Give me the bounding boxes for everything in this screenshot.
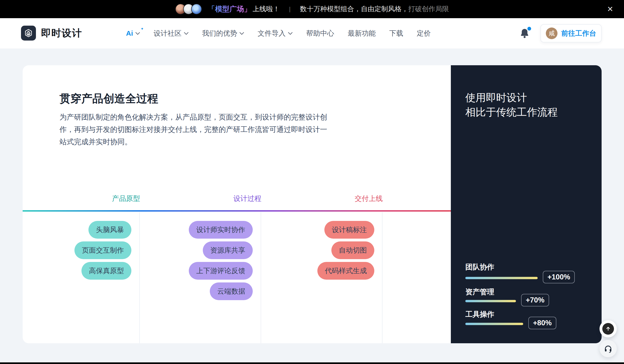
tab-delivery-launch[interactable]: 交付上线 bbox=[334, 194, 404, 204]
metric-bar-asset-management bbox=[465, 300, 516, 302]
nav-item-design-community[interactable]: 设计社区 bbox=[154, 29, 188, 38]
metric-label-team-collaboration: 团队协作 bbox=[465, 262, 494, 272]
notification-bell-button[interactable] bbox=[520, 28, 531, 39]
back-to-top-button[interactable] bbox=[599, 320, 617, 338]
feature-pill: 资源库共享 bbox=[203, 241, 253, 259]
feature-pill: 页面交互制作 bbox=[75, 241, 131, 259]
section-title: 贯穿产品创造全过程 bbox=[59, 91, 158, 106]
feature-pill: 头脑风暴 bbox=[88, 221, 131, 239]
go-to-workspace-button[interactable]: 咸 前往工作台 bbox=[541, 24, 602, 43]
column-divider bbox=[382, 212, 383, 343]
notification-dot bbox=[527, 27, 531, 30]
panel-title: 使用即时设计 相比于传统工作流程 bbox=[465, 91, 558, 119]
nav-item-label: 我们的优势 bbox=[202, 29, 237, 38]
chevron-down-icon bbox=[239, 32, 244, 35]
section-description: 为产研团队制定的角色化解决方案，从产品原型，页面交互，到设计师的完整设计创作，再… bbox=[59, 111, 333, 148]
workspace-button-label: 前往工作台 bbox=[561, 29, 596, 38]
nav-item-file-import[interactable]: 文件导入 bbox=[258, 29, 293, 38]
nav-item-label: 文件导入 bbox=[258, 29, 286, 38]
user-avatar: 咸 bbox=[546, 27, 557, 39]
gradient-divider bbox=[23, 210, 451, 212]
banner-separator: | bbox=[289, 6, 291, 13]
metric-bar-team-collaboration bbox=[465, 277, 538, 279]
feature-pill: 云端数据 bbox=[210, 282, 253, 300]
feature-pill: 代码样式生成 bbox=[317, 262, 374, 280]
feature-pill: 高保真原型 bbox=[81, 262, 131, 280]
navbar: 即时设计 Ai✦设计社区我们的优势文件导入帮助中心最新功能下载定价 咸 前往工作… bbox=[0, 18, 624, 48]
banner-highlight-text[interactable]: 「模型广场」 bbox=[208, 4, 251, 14]
arrow-up-icon bbox=[602, 323, 614, 335]
metric-label-asset-management: 资产管理 bbox=[465, 287, 494, 297]
chevron-down-icon bbox=[135, 32, 140, 35]
chevron-down-icon bbox=[288, 32, 293, 35]
pill-column-delivery-launch: 设计稿标注自动切图代码样式生成 bbox=[275, 221, 374, 280]
nav-item-label: 最新功能 bbox=[348, 29, 376, 38]
metric-value-badge-tool-operation: +80% bbox=[528, 317, 556, 329]
column-divider bbox=[139, 212, 140, 343]
nav-item-download[interactable]: 下载 bbox=[389, 29, 403, 38]
tab-product-prototype[interactable]: 产品原型 bbox=[91, 194, 161, 204]
sparkle-icon: ✦ bbox=[141, 26, 144, 31]
nav-menu: Ai✦设计社区我们的优势文件导入帮助中心最新功能下载定价 bbox=[126, 18, 431, 48]
panel-title-line1: 使用即时设计 bbox=[465, 91, 558, 105]
feature-pill: 自动切图 bbox=[331, 241, 374, 259]
metric-value-badge-asset-management: +70% bbox=[521, 294, 549, 306]
customer-support-button[interactable] bbox=[599, 340, 617, 357]
close-icon[interactable]: ✕ bbox=[607, 5, 613, 13]
feature-pill: 设计师实时协作 bbox=[189, 221, 253, 239]
nav-item-ai[interactable]: Ai✦ bbox=[126, 29, 140, 37]
chevron-down-icon bbox=[184, 32, 188, 35]
tab-design-process[interactable]: 设计过程 bbox=[212, 194, 282, 204]
banner-description: 数十万种模型组合，自由定制风格， bbox=[300, 4, 408, 14]
headphones-icon bbox=[604, 344, 612, 353]
nav-item-latest-features[interactable]: 最新功能 bbox=[348, 29, 376, 38]
banner-avatars bbox=[175, 4, 202, 14]
metric-value-badge-team-collaboration: +100% bbox=[543, 271, 575, 283]
pill-column-product-prototype: 头脑风暴页面交互制作高保真原型 bbox=[37, 221, 131, 280]
brand-name: 即时设计 bbox=[41, 26, 82, 40]
banner-description-muted: 打破创作局限 bbox=[408, 4, 449, 14]
avatar bbox=[191, 4, 202, 14]
workflow-card: 贯穿产品创造全过程 为产研团队制定的角色化解决方案，从产品原型，页面交互，到设计… bbox=[23, 65, 451, 343]
nav-item-our-advantages[interactable]: 我们的优势 bbox=[202, 29, 244, 38]
comparison-panel: 使用即时设计 相比于传统工作流程 团队协作+100%资产管理+70%工具操作+8… bbox=[451, 65, 602, 343]
brand[interactable]: 即时设计 bbox=[21, 26, 82, 41]
metric-bar-tool-operation bbox=[465, 323, 523, 325]
nav-item-label: 定价 bbox=[417, 29, 431, 38]
nav-item-label: 设计社区 bbox=[154, 29, 182, 38]
panel-title-line2: 相比于传统工作流程 bbox=[465, 105, 558, 119]
column-divider bbox=[261, 212, 261, 343]
nav-item-pricing[interactable]: 定价 bbox=[417, 29, 431, 38]
nav-item-label: 帮助中心 bbox=[306, 29, 334, 38]
metric-label-tool-operation: 工具操作 bbox=[465, 309, 494, 319]
promo-banner: 「模型广场」 上线啦！ | 数十万种模型组合，自由定制风格， 打破创作局限 ✕ bbox=[0, 0, 624, 18]
nav-item-label: Ai bbox=[126, 29, 133, 37]
nav-item-help-center[interactable]: 帮助中心 bbox=[306, 29, 334, 38]
next-section-edge bbox=[0, 362, 624, 364]
jsdesign-logo-icon bbox=[21, 26, 36, 41]
feature-pill: 上下游评论反馈 bbox=[189, 262, 253, 280]
pill-column-design-process: 设计师实时协作资源库共享上下游评论反馈云端数据 bbox=[153, 221, 253, 300]
banner-online-text: 上线啦！ bbox=[253, 4, 280, 14]
nav-item-label: 下载 bbox=[389, 29, 403, 38]
feature-pill: 设计稿标注 bbox=[324, 221, 374, 239]
